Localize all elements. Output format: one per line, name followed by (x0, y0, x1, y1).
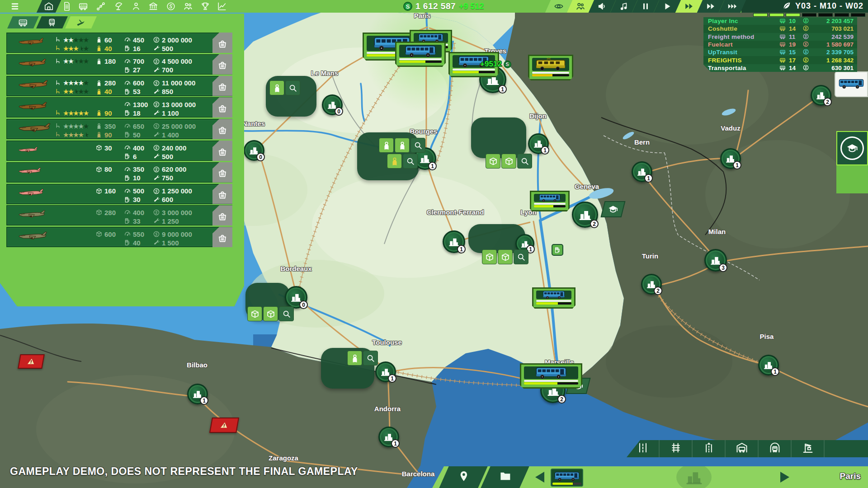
demand-cargo-icon[interactable] (482, 249, 497, 264)
prev-vehicle-arrow[interactable] (535, 472, 544, 483)
vehicle-notification[interactable] (835, 71, 868, 97)
toolbar-vehicles-icon[interactable] (77, 0, 89, 12)
next-vehicle-arrow[interactable] (780, 472, 789, 483)
toolbar-staff-icon[interactable] (130, 0, 142, 12)
control-speed-fastest-button[interactable] (726, 0, 738, 12)
inspect-magnifier-icon[interactable] (517, 154, 532, 169)
toolbar-contracts-icon[interactable] (61, 0, 73, 12)
leaderboard-row[interactable]: Player Inc102 203 457 (703, 17, 857, 25)
fuel-station-button[interactable] (552, 244, 563, 256)
city-marker[interactable]: 1 (632, 161, 652, 182)
demand-passenger-icon[interactable] (379, 138, 394, 153)
academy-map-button[interactable] (601, 201, 626, 217)
demand-zone[interactable] (471, 117, 526, 158)
control-music-button[interactable] (618, 0, 630, 12)
inspect-magnifier-icon[interactable] (514, 249, 528, 264)
city-marker[interactable]: 0 (285, 286, 307, 309)
routes-folder-button[interactable] (481, 466, 529, 488)
inspect-magnifier-icon[interactable] (363, 351, 378, 366)
demand-passenger-icon[interactable] (395, 138, 410, 153)
inspect-magnifier-icon[interactable] (410, 138, 425, 153)
tab-plane[interactable] (65, 16, 97, 28)
vehicle-row[interactable]: 1605001 250 00030600 (6, 184, 232, 204)
traffic-warning-marker[interactable] (19, 354, 43, 369)
build-bus-depot-button[interactable] (726, 440, 759, 457)
buy-basket-button[interactable] (212, 227, 232, 247)
demand-cargo-icon[interactable] (247, 306, 262, 321)
leaderboard-row[interactable]: UpTransit152 339 705 (703, 48, 857, 56)
build-port-crane-button[interactable] (792, 440, 825, 457)
vehicle-row[interactable]: 6005509 000 000401 500 (6, 227, 232, 247)
selected-vehicle-thumbnail[interactable] (551, 469, 583, 487)
bus-card[interactable] (395, 42, 446, 67)
control-play-button[interactable] (661, 0, 673, 12)
demand-cargo-icon[interactable] (498, 249, 513, 264)
city-marker[interactable]: 1 (528, 133, 549, 154)
control-speed-faster-button[interactable] (705, 0, 717, 12)
leaderboard[interactable]: Player Inc102 203 457Coshuttle14703 021F… (703, 17, 857, 72)
buy-basket-button[interactable] (212, 141, 232, 161)
city-marker[interactable]: 1 (378, 427, 399, 447)
build-rail-button[interactable] (660, 440, 693, 457)
vehicle-row[interactable]: ★★★★★35065025 000 000★★★★★90501 400 (6, 119, 232, 139)
vehicle-row[interactable]: 130013 000 000★★★★★90181 100 (6, 97, 232, 117)
vehicle-row[interactable]: 30400240 0006500 (6, 141, 232, 161)
vehicle-row[interactable]: ★★★★★604502 000 000★★★★★4016500 (6, 33, 232, 53)
bus-card[interactable] (530, 191, 570, 211)
tab-train[interactable] (36, 16, 68, 28)
toolbar-routes-icon[interactable] (95, 0, 107, 12)
locate-button[interactable] (439, 466, 487, 488)
toolbar-awards-icon[interactable] (199, 0, 211, 12)
toolbar-research-icon[interactable] (113, 0, 125, 12)
buy-basket-button[interactable] (212, 162, 232, 183)
demand-passenger-icon[interactable] (347, 351, 362, 366)
traffic-warning-marker[interactable] (211, 418, 238, 433)
buy-basket-button[interactable] (212, 119, 232, 139)
vehicle-row[interactable]: 80350620 00010750 (6, 162, 232, 183)
toolbar-finances-icon[interactable] (165, 0, 177, 12)
buy-basket-button[interactable] (212, 76, 232, 96)
control-competitor-view-button[interactable] (575, 0, 586, 12)
city-marker[interactable]: 2 (641, 274, 662, 295)
leaderboard-row[interactable]: Freight method11242 539 (703, 33, 857, 41)
city-marker[interactable]: 1 (443, 230, 465, 253)
demand-passenger-icon[interactable] (269, 80, 284, 95)
buy-basket-button[interactable] (212, 33, 232, 53)
toolbar-depot-icon[interactable] (43, 0, 55, 12)
leaderboard-row[interactable]: Transportala14630 301 (703, 64, 857, 72)
city-marker[interactable]: 0 (322, 94, 343, 115)
bus-card[interactable] (532, 287, 576, 309)
city-marker[interactable]: 0 (244, 140, 264, 161)
demand-cargo-icon[interactable] (501, 154, 516, 169)
buy-basket-button[interactable] (212, 184, 232, 204)
city-marker[interactable]: 1 (187, 384, 208, 404)
control-speed-fast-button[interactable] (683, 0, 695, 12)
control-sound-button[interactable] (596, 0, 608, 12)
buy-basket-button[interactable] (212, 97, 232, 117)
vehicle-row[interactable]: ★★★★★28060011 000 000★★★★★4053850 (6, 76, 232, 96)
train-card[interactable] (528, 55, 573, 80)
vehicle-row[interactable]: 2804003 000 000331 250 (6, 205, 232, 225)
toolbar-menu-icon[interactable] (9, 0, 21, 12)
academy-button[interactable] (836, 131, 868, 165)
bus-card[interactable] (520, 363, 582, 389)
control-overview-button[interactable] (553, 0, 565, 12)
toolbar-statistics-icon[interactable] (216, 0, 228, 12)
demand-cargo-icon[interactable] (263, 306, 278, 321)
city-marker[interactable]: 3 (704, 249, 727, 272)
demand-cargo-icon[interactable] (486, 154, 500, 169)
inspect-magnifier-icon[interactable] (403, 154, 418, 169)
city-marker[interactable]: 1 (758, 355, 779, 375)
demand-passenger-vip-icon[interactable] (387, 154, 402, 169)
buy-basket-button[interactable] (212, 54, 232, 75)
leaderboard-row[interactable]: Fuelcart191 580 697 (703, 41, 857, 48)
inspect-magnifier-icon[interactable] (279, 306, 294, 321)
buy-basket-button[interactable] (212, 205, 232, 225)
toolbar-competitors-icon[interactable] (182, 0, 194, 12)
inspect-magnifier-icon[interactable] (285, 80, 300, 95)
tab-bus[interactable] (7, 16, 39, 28)
build-train-depot-button[interactable] (759, 440, 792, 457)
city-marker[interactable]: 2 (811, 85, 831, 106)
build-airport-button[interactable] (693, 440, 726, 457)
city-marker[interactable]: 1 (720, 148, 741, 169)
